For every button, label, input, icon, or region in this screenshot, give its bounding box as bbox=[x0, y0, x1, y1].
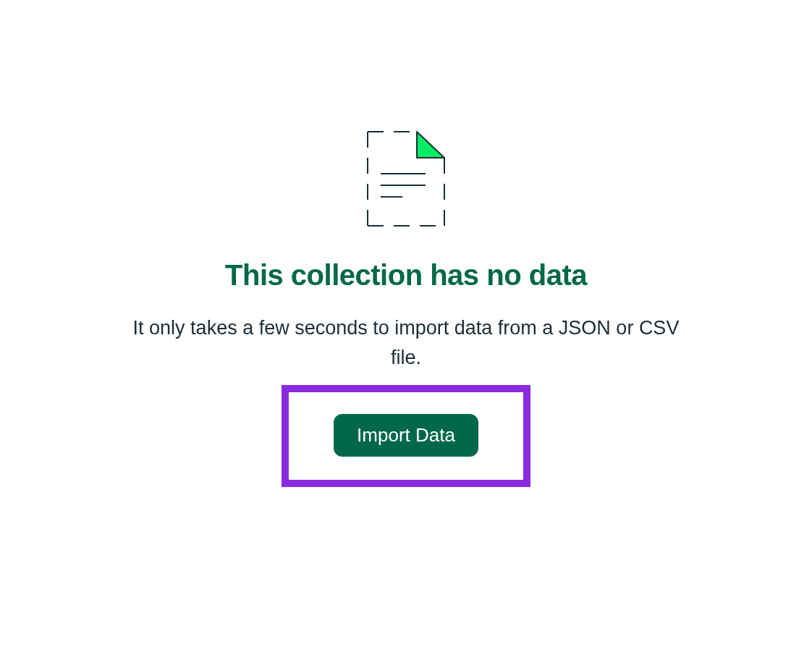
empty-state-description: It only takes a few seconds to import da… bbox=[127, 313, 685, 372]
highlight-box: Import Data bbox=[282, 385, 530, 487]
empty-state-heading: This collection has no data bbox=[225, 259, 587, 292]
document-icon bbox=[366, 130, 446, 230]
empty-state-container: This collection has no data It only take… bbox=[109, 130, 703, 487]
import-data-button[interactable]: Import Data bbox=[334, 414, 478, 457]
